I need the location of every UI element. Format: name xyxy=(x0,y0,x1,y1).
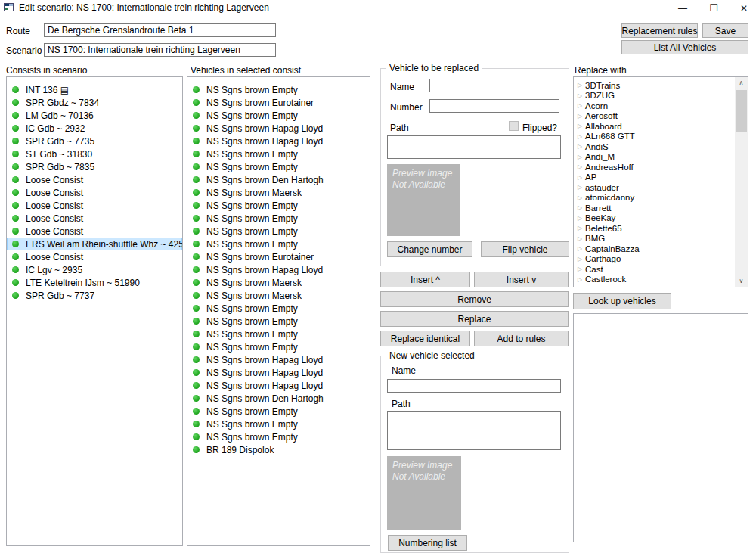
vendor-tree-item[interactable]: ▷ BMG xyxy=(574,234,733,244)
consist-list-item[interactable]: INT 136 ▤ xyxy=(7,83,182,96)
new-name-input[interactable] xyxy=(387,379,561,393)
vendor-tree-item[interactable]: ▷ Allaboard xyxy=(574,121,733,132)
scroll-thumb[interactable] xyxy=(736,90,747,132)
save-button[interactable]: Save xyxy=(702,23,748,38)
expander-icon[interactable]: ▷ xyxy=(578,82,585,89)
expander-icon[interactable]: ▷ xyxy=(578,276,585,283)
vehicle-list-item[interactable]: NS Sgns brown Maersk xyxy=(187,186,370,199)
route-input[interactable] xyxy=(44,23,276,37)
vendor-tree-item[interactable]: ▷ CaptainBazza xyxy=(574,244,733,254)
minimize-button[interactable]: — xyxy=(671,0,694,16)
flipped-checkbox[interactable] xyxy=(509,121,519,131)
expander-icon[interactable]: ▷ xyxy=(578,225,585,231)
list-all-vehicles-button[interactable]: List All Vehicles xyxy=(621,40,748,54)
insert-above-button[interactable]: Insert ^ xyxy=(380,272,470,287)
expander-icon[interactable]: ▷ xyxy=(578,92,585,99)
vendor-tree-item[interactable]: ▷ Andi_M xyxy=(574,152,733,163)
vehicle-list-item[interactable]: NS Sgns brown Hapag Lloyd xyxy=(187,353,370,366)
new-path-box[interactable] xyxy=(387,411,561,450)
look-up-vehicles-button[interactable]: Look up vehicles xyxy=(573,293,671,309)
vehicle-list-item[interactable]: NS Sgns brown Empty xyxy=(187,83,370,96)
consist-list-item[interactable]: Loose Consist xyxy=(7,186,182,199)
expander-icon[interactable]: ▷ xyxy=(578,154,585,160)
replace-identical-button[interactable]: Replace identical xyxy=(380,331,470,346)
consist-list-item[interactable]: SPR Gbdz ~ 7834 xyxy=(7,96,182,109)
consist-list-item[interactable]: Loose Consist xyxy=(7,212,182,225)
tree-scrollbar[interactable]: ∧ ∨ xyxy=(735,77,748,287)
vendor-tree-item[interactable]: ▷ Carthago xyxy=(574,254,733,265)
vendor-tree-item[interactable]: ▷ Castlerock xyxy=(574,275,733,285)
scenario-input[interactable] xyxy=(44,43,276,57)
replaced-name-input[interactable] xyxy=(429,79,559,92)
expander-icon[interactable]: ▷ xyxy=(578,102,585,109)
expander-icon[interactable]: ▷ xyxy=(578,184,585,191)
consist-list-item[interactable]: Loose Consist xyxy=(7,225,182,238)
expander-icon[interactable]: ▷ xyxy=(578,245,585,252)
vehicle-list-item[interactable]: NS Sgns brown Empty xyxy=(187,340,370,353)
vehicle-list-item[interactable]: NS Sgns brown Den Hartogh xyxy=(187,392,370,405)
change-number-button[interactable]: Change number xyxy=(387,241,472,257)
vendor-tree-item[interactable]: ▷ AndiS xyxy=(574,141,733,152)
scroll-down-icon[interactable]: ∨ xyxy=(735,275,748,287)
insert-below-button[interactable]: Insert v xyxy=(474,272,569,287)
remove-button[interactable]: Remove xyxy=(380,291,569,307)
replace-with-tree[interactable]: ▷ 3DTrains ▷ 3DZUG ▷ Acorn ▷ Aerosoft ▷ … xyxy=(573,76,748,287)
scroll-up-icon[interactable]: ∧ xyxy=(735,77,748,89)
vehicles-listbox[interactable]: NS Sgns brown Empty NS Sgns brown Eurota… xyxy=(187,76,370,546)
flip-vehicle-button[interactable]: Flip vehicle xyxy=(481,241,569,257)
vehicle-list-item[interactable]: NS Sgns brown Hapag Lloyd xyxy=(187,379,370,392)
expander-icon[interactable]: ▷ xyxy=(578,256,585,263)
expander-icon[interactable]: ▷ xyxy=(578,143,585,150)
consists-listbox[interactable]: INT 136 ▤ SPR Gbdz ~ 7834 LM Gdb ~ 70136… xyxy=(6,76,183,546)
replace-button[interactable]: Replace xyxy=(380,311,569,327)
vehicle-list-item[interactable]: NS Sgns brown Empty xyxy=(187,405,370,418)
vendor-tree-item[interactable]: ▷ Cast xyxy=(574,264,733,275)
vendor-tree-item[interactable]: ▷ Acorn xyxy=(574,101,733,111)
replaced-number-input[interactable] xyxy=(429,99,559,113)
add-to-rules-button[interactable]: Add to rules xyxy=(474,331,569,346)
consist-list-item[interactable]: SPR Gdb ~ 7835 xyxy=(7,160,182,173)
expander-icon[interactable]: ▷ xyxy=(578,123,585,129)
vehicle-list-item[interactable]: NS Sgns brown Maersk xyxy=(187,276,370,289)
expander-icon[interactable]: ▷ xyxy=(578,133,585,140)
vendor-tree-item[interactable]: ▷ 3DTrains xyxy=(574,80,733,91)
vehicle-list-item[interactable]: NS Sgns brown Empty xyxy=(187,160,370,173)
vendor-tree-item[interactable]: ▷ astauder xyxy=(574,182,733,193)
expander-icon[interactable]: ▷ xyxy=(578,194,585,201)
replacement-rules-button[interactable]: Replacement rules xyxy=(621,23,698,38)
vehicle-list-item[interactable]: NS Sgns brown Hapag Lloyd xyxy=(187,122,370,135)
vendor-tree-item[interactable]: ▷ 3DZUG xyxy=(574,91,733,101)
vehicle-list-item[interactable]: NS Sgns brown Empty xyxy=(187,148,370,160)
vehicle-list-item[interactable]: NS Sgns brown Empty xyxy=(187,212,370,225)
vehicle-list-item[interactable]: NS Sgns brown Empty xyxy=(187,328,370,340)
consist-list-item[interactable]: SPR Gdb ~ 7735 xyxy=(7,135,182,148)
lookup-results-listbox[interactable] xyxy=(573,313,748,542)
vehicle-list-item[interactable]: NS Sgns brown Empty xyxy=(187,430,370,443)
vehicle-list-item[interactable]: NS Sgns brown Empty xyxy=(187,418,370,430)
expander-icon[interactable]: ▷ xyxy=(578,286,585,287)
numbering-list-button[interactable]: Numbering list xyxy=(388,535,467,551)
vehicle-list-item[interactable]: NS Sgns brown Hapag Lloyd xyxy=(187,366,370,379)
consist-list-item[interactable]: ST Gdb ~ 31830 xyxy=(7,148,182,160)
vendor-tree-item[interactable]: ▷ atomicdanny xyxy=(574,193,733,203)
vendor-tree-item[interactable]: ▷ ALn668 GTT xyxy=(574,132,733,142)
consist-list-item[interactable]: Loose Consist xyxy=(7,173,182,186)
expander-icon[interactable]: ▷ xyxy=(578,113,585,120)
vehicle-list-item[interactable]: NS Sgns brown Empty xyxy=(187,238,370,250)
consist-list-item[interactable]: LM Gdb ~ 70136 xyxy=(7,109,182,122)
consist-list-item[interactable]: ERS Weil am Rhein-shuttlle Whz ~ 42510 xyxy=(7,238,182,250)
vendor-tree-item[interactable]: ▷ Aerosoft xyxy=(574,111,733,122)
vehicle-list-item[interactable]: NS Sgns brown Den Hartogh xyxy=(187,173,370,186)
vendor-tree-item[interactable]: ▷ AndreasHoff xyxy=(574,162,733,172)
vehicle-list-item[interactable]: NS Sgns brown Empty xyxy=(187,302,370,315)
expander-icon[interactable]: ▷ xyxy=(578,266,585,272)
vendor-tree-item[interactable]: ▷ Barrett xyxy=(574,203,733,213)
replaced-path-box[interactable] xyxy=(387,135,561,159)
vehicle-list-item[interactable]: NS Sgns brown Eurotainer xyxy=(187,96,370,109)
consist-list-item[interactable]: Loose Consist xyxy=(7,199,182,212)
consist-list-item[interactable]: Loose Consist xyxy=(7,250,182,263)
consist-list-item[interactable]: LTE Keteltrein IJsm ~ 51990 xyxy=(7,276,182,289)
consist-list-item[interactable]: SPR Gdb ~ 7737 xyxy=(7,289,182,302)
vehicle-list-item[interactable]: NS Sgns brown Eurotainer xyxy=(187,250,370,263)
expander-icon[interactable]: ▷ xyxy=(578,204,585,211)
